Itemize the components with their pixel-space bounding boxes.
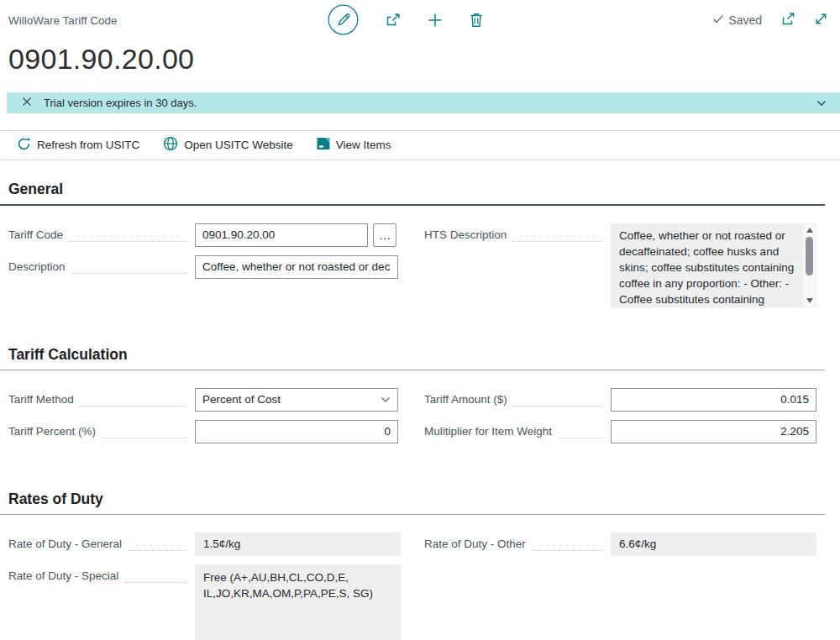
open-usitc-website-button[interactable]: Open USITC Website xyxy=(163,136,293,154)
close-icon xyxy=(22,97,32,109)
page-title: 0901.90.20.00 xyxy=(8,42,840,76)
field-label: Rate of Duty - Other xyxy=(424,538,526,550)
dotted-leader xyxy=(532,537,602,551)
hts-description-text: Coffee, whether or not roasted or decaff… xyxy=(611,223,802,307)
field-label: Rate of Duty - General xyxy=(8,538,122,550)
field-rate-other: Rate of Duty - Other 6.6¢/kg xyxy=(424,532,825,556)
view-items-button[interactable]: View Items xyxy=(317,137,391,153)
page-content: General Tariff Code … Description xyxy=(0,181,840,640)
rate-general-value: 1.5¢/kg xyxy=(195,532,401,556)
field-rate-special: Rate of Duty - Special Free (A+,AU,BH,CL… xyxy=(8,564,424,640)
dotted-leader xyxy=(124,569,186,583)
notification-bar: Trial version expires in 30 days. xyxy=(7,92,840,113)
resize-diagonal-icon xyxy=(814,12,828,29)
edit-button[interactable] xyxy=(328,4,359,38)
tariff-percent-input[interactable] xyxy=(195,420,398,443)
field-label: Tariff Code xyxy=(8,228,63,241)
field-tariff-code: Tariff Code … xyxy=(8,223,424,247)
expand-button[interactable] xyxy=(814,12,828,29)
field-description: Description xyxy=(8,255,424,279)
refresh-icon xyxy=(17,137,31,154)
dotted-leader xyxy=(102,424,186,438)
action-bar: Refresh from USITC Open USITC Website Vi… xyxy=(0,130,840,160)
notification-close-button[interactable] xyxy=(22,97,32,109)
open-in-window-button[interactable] xyxy=(780,12,795,29)
section-heading-general[interactable]: General xyxy=(0,181,825,206)
scrollbar-thumb[interactable] xyxy=(806,237,813,275)
section-tariff-calculation: Tariff Calculation Tariff Method Percent… xyxy=(8,346,825,452)
notification-expand-button[interactable] xyxy=(816,97,827,109)
scrollbar[interactable] xyxy=(803,224,816,307)
save-status: Saved xyxy=(712,13,762,27)
delete-button[interactable] xyxy=(469,12,484,31)
share-icon xyxy=(384,12,402,31)
plus-icon xyxy=(427,12,444,31)
field-label: Mulitiplier for Item Weight xyxy=(424,425,552,438)
share-button[interactable] xyxy=(384,12,402,31)
page-caption: WilloWare Tariff Code xyxy=(8,14,118,27)
tariff-method-select[interactable]: Percent of Cost xyxy=(195,388,398,412)
field-label: HTS Description xyxy=(424,228,507,241)
refresh-from-usitc-button[interactable]: Refresh from USITC xyxy=(17,137,139,154)
section-rates-of-duty: Rates of Duty Rate of Duty - General 1.5… xyxy=(8,490,825,640)
dotted-leader xyxy=(80,392,186,407)
action-label: Open USITC Website xyxy=(184,139,293,151)
dotted-leader xyxy=(558,424,602,438)
rate-special-value: Free (A+,AU,BH,CL,CO,D,E, IL,JO,KR,MA,OM… xyxy=(195,564,401,640)
field-label: Tariff Amount ($) xyxy=(424,393,507,406)
field-label: Tariff Method xyxy=(8,393,74,406)
weight-multiplier-input[interactable] xyxy=(611,420,816,443)
new-button[interactable] xyxy=(427,12,444,31)
popup-window-icon xyxy=(780,12,795,29)
window-controls: Saved xyxy=(712,12,828,29)
description-input[interactable] xyxy=(195,255,398,279)
dotted-leader xyxy=(69,228,186,242)
save-status-label: Saved xyxy=(728,13,762,27)
field-tariff-amount: Tariff Amount ($) xyxy=(424,388,825,412)
section-general: General Tariff Code … Description xyxy=(8,181,825,316)
dotted-leader xyxy=(513,392,602,407)
action-label: View Items xyxy=(336,139,391,151)
tariff-method-value: Percent of Cost xyxy=(202,393,281,406)
tariff-code-input[interactable] xyxy=(195,223,368,247)
section-heading-rates-of-duty[interactable]: Rates of Duty xyxy=(0,490,825,515)
field-hts-description: HTS Description Coffee, whether or not r… xyxy=(424,223,825,307)
scroll-down-icon[interactable] xyxy=(806,298,813,303)
notification-message: Trial version expires in 30 days. xyxy=(44,97,197,109)
field-label: Description xyxy=(8,260,66,273)
dotted-leader xyxy=(512,228,602,242)
field-tariff-method: Tariff Method Percent of Cost xyxy=(8,388,424,412)
globe-icon xyxy=(163,136,178,154)
dotted-leader xyxy=(71,260,186,274)
record-actions xyxy=(328,4,484,38)
tariff-code-assist-button[interactable]: … xyxy=(373,223,396,247)
chevron-down-icon xyxy=(816,97,827,109)
hts-description-box[interactable]: Coffee, whether or not roasted or decaff… xyxy=(611,223,816,307)
field-rate-general: Rate of Duty - General 1.5¢/kg xyxy=(8,532,424,556)
rate-other-value: 6.6¢/kg xyxy=(611,532,816,556)
check-icon xyxy=(712,13,724,27)
chevron-down-icon xyxy=(381,396,391,403)
pencil-icon xyxy=(328,4,359,38)
section-heading-tariff-calculation[interactable]: Tariff Calculation xyxy=(0,346,825,370)
top-bar: WilloWare Tariff Code xyxy=(0,0,840,40)
field-weight-multiplier: Mulitiplier for Item Weight xyxy=(424,420,825,443)
dotted-leader xyxy=(128,537,186,551)
action-label: Refresh from USITC xyxy=(37,139,139,151)
field-label: Rate of Duty - Special xyxy=(8,569,118,582)
tariff-amount-input[interactable] xyxy=(611,388,816,412)
trash-icon xyxy=(469,12,484,31)
scroll-up-icon[interactable] xyxy=(806,228,813,233)
field-label: Tariff Percent (%) xyxy=(8,425,96,438)
field-tariff-percent: Tariff Percent (%) xyxy=(8,420,424,443)
view-items-icon xyxy=(317,137,330,153)
